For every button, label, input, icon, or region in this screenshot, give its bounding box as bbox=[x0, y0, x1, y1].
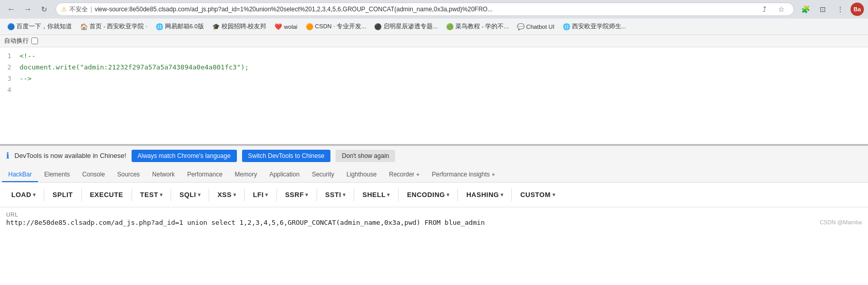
back-button[interactable]: ← bbox=[4, 2, 19, 16]
auto-wrap-checkbox[interactable] bbox=[31, 38, 38, 44]
load-dropdown-arrow: ▾ bbox=[33, 192, 36, 198]
split-button[interactable]: SPLIT bbox=[45, 187, 80, 203]
bookmark-email-icon: 🌐 bbox=[156, 23, 163, 30]
bookmark-home-label: 首页 - 西安欧亚学院 · bbox=[89, 23, 147, 30]
ssti-dropdown-arrow: ▾ bbox=[343, 192, 346, 198]
source-view: 1 <!-- 2 document.write("admin:21232f297… bbox=[0, 47, 868, 144]
bookmark-baidu-label: 百度一下，你就知道 bbox=[16, 23, 72, 30]
bookmark-school-icon: 🌐 bbox=[563, 23, 570, 30]
bookmarks-bar: 🔵 百度一下，你就知道 🏠 首页 - 西安欧亚学院 · 🌐 网易邮箱6.0版 🎓… bbox=[0, 19, 868, 35]
url-label: URL bbox=[6, 211, 862, 218]
tab-performance[interactable]: Performance bbox=[181, 168, 229, 182]
sqli-label: SQLI bbox=[179, 191, 196, 199]
ssrf-dropdown-arrow: ▾ bbox=[305, 192, 308, 198]
devtools-tabs: HackBar Elements Console Sources Network… bbox=[0, 165, 868, 183]
tab-console-label: Console bbox=[82, 171, 105, 178]
tab-memory[interactable]: Memory bbox=[229, 168, 263, 182]
bookmark-baidu[interactable]: 🔵 百度一下，你就知道 bbox=[4, 22, 75, 31]
nav-buttons: ← → ↻ bbox=[4, 2, 51, 16]
tab-hackbar[interactable]: HackBar bbox=[2, 168, 38, 182]
shell-button[interactable]: SHELL ▾ bbox=[355, 187, 397, 203]
sep-7 bbox=[276, 189, 277, 201]
bookmark-star-icon: ⚫ bbox=[374, 23, 382, 30]
encoding-button[interactable]: ENCODING ▾ bbox=[400, 187, 457, 203]
hashing-dropdown-arrow: ▾ bbox=[501, 192, 504, 198]
sqli-button[interactable]: SQLI ▾ bbox=[172, 187, 208, 203]
profile-avatar[interactable]: Ba bbox=[851, 3, 864, 16]
source-line-2: 2 document.write("admin:21232f297a57a5a7… bbox=[0, 62, 868, 73]
url-section: URL http://8e50de85.clsadp.com/ad_js.php… bbox=[0, 207, 868, 228]
hashing-button[interactable]: HASHING ▾ bbox=[459, 187, 510, 203]
tab-performance-insights[interactable]: Performance insights ⌖ bbox=[426, 168, 501, 182]
tab-security[interactable]: Security bbox=[306, 168, 340, 182]
tab-lighthouse-label: Lighthouse bbox=[346, 171, 377, 178]
load-button[interactable]: LOAD ▾ bbox=[4, 187, 43, 203]
test-button[interactable]: TEST ▾ bbox=[133, 187, 170, 203]
lfi-button[interactable]: LFI ▾ bbox=[246, 187, 275, 203]
ssrf-button[interactable]: SSRF ▾ bbox=[278, 187, 316, 203]
insecure-icon: ⚠ bbox=[61, 6, 67, 13]
tab-performance-insights-label: Performance insights bbox=[432, 171, 490, 178]
menu-button[interactable]: ⋮ bbox=[833, 2, 847, 16]
tab-sources[interactable]: Sources bbox=[111, 168, 146, 182]
bookmark-wolai-label: wolai bbox=[284, 24, 297, 30]
address-bar[interactable]: ⚠ 不安全 | view-source:8e50de85.clsadp.com/… bbox=[56, 3, 794, 16]
bookmark-csdn[interactable]: 🟠 CSDN · 专业开发... bbox=[303, 22, 370, 31]
shell-dropdown-arrow: ▾ bbox=[387, 192, 390, 198]
page-source-area: 自动换行 1 <!-- 2 document.write("admin:2123… bbox=[0, 35, 868, 146]
ssti-button[interactable]: SSTI ▾ bbox=[318, 187, 353, 203]
sep-12 bbox=[511, 189, 512, 201]
auto-wrap-label: 自动换行 bbox=[4, 37, 29, 45]
tab-application[interactable]: Application bbox=[263, 168, 306, 182]
tab-network[interactable]: Network bbox=[146, 168, 181, 182]
tab-recorder[interactable]: Recorder ⌖ bbox=[383, 168, 426, 182]
share-icon[interactable]: ⤴ bbox=[757, 2, 771, 16]
bookmark-school[interactable]: 🌐 西安欧亚学院师生... bbox=[560, 22, 630, 31]
bookmark-chatbot-icon: 💬 bbox=[517, 23, 525, 30]
switch-to-chinese-button[interactable]: Switch DevTools to Chinese bbox=[242, 150, 331, 162]
bookmark-runoob[interactable]: 🟢 菜鸟教程 - 学的不... bbox=[443, 22, 512, 31]
sep-2 bbox=[81, 189, 82, 201]
extensions-button[interactable]: 🧩 bbox=[798, 2, 812, 16]
bookmark-chatbot[interactable]: 💬 Chatbot UI bbox=[514, 22, 558, 31]
hashing-label: HASHING bbox=[466, 191, 498, 199]
execute-label: EXECUTE bbox=[90, 191, 123, 199]
sep-1 bbox=[44, 189, 44, 201]
bookmark-icon[interactable]: ☆ bbox=[774, 2, 788, 16]
sqli-dropdown-arrow: ▾ bbox=[198, 192, 201, 198]
bookmark-home[interactable]: 🏠 首页 - 西安欧亚学院 · bbox=[77, 22, 151, 31]
custom-button[interactable]: CUSTOM ▾ bbox=[513, 187, 562, 203]
sep-11 bbox=[457, 189, 458, 201]
tab-performance-label: Performance bbox=[187, 171, 223, 178]
ssrf-label: SSRF bbox=[285, 191, 304, 199]
xss-button[interactable]: XSS ▾ bbox=[210, 187, 243, 203]
tab-lighthouse[interactable]: Lighthouse bbox=[340, 168, 383, 182]
bookmark-school-label: 西安欧亚学院师生... bbox=[572, 23, 626, 30]
execute-button[interactable]: EXECUTE bbox=[83, 187, 131, 203]
bookmark-wolai[interactable]: ❤️ wolai bbox=[271, 22, 300, 31]
tab-console[interactable]: Console bbox=[76, 168, 111, 182]
tab-elements-label: Elements bbox=[44, 171, 70, 178]
bookmark-campus[interactable]: 🎓 校园招聘-校友邦 bbox=[209, 22, 270, 31]
tab-elements[interactable]: Elements bbox=[38, 168, 76, 182]
tab-network-label: Network bbox=[152, 171, 175, 178]
credit-text: CSDN @Mamba bbox=[820, 219, 862, 225]
tab-sources-label: Sources bbox=[117, 171, 140, 178]
separator: | bbox=[90, 6, 92, 13]
bookmark-csdn-label: CSDN · 专业开发... bbox=[315, 23, 366, 30]
source-line-4: 4 bbox=[0, 84, 868, 96]
forward-button[interactable]: → bbox=[21, 2, 35, 16]
dont-show-again-button[interactable]: Don't show again bbox=[336, 150, 395, 162]
encoding-dropdown-arrow: ▾ bbox=[447, 192, 450, 198]
bookmark-home-icon: 🏠 bbox=[80, 23, 88, 30]
bookmark-star[interactable]: ⚫ 启明星辰渗透专题... bbox=[371, 22, 441, 31]
profile-menu-button[interactable]: ⊡ bbox=[816, 2, 830, 16]
sep-10 bbox=[398, 189, 399, 201]
performance-insights-icon: ⌖ bbox=[492, 171, 495, 178]
line-num-1: 1 bbox=[4, 50, 20, 62]
reload-button[interactable]: ↻ bbox=[37, 2, 51, 16]
bookmark-email[interactable]: 🌐 网易邮箱6.0版 bbox=[153, 22, 207, 31]
tab-application-label: Application bbox=[269, 171, 300, 178]
always-match-language-button[interactable]: Always match Chrome's language bbox=[132, 150, 237, 162]
sep-6 bbox=[244, 189, 245, 201]
